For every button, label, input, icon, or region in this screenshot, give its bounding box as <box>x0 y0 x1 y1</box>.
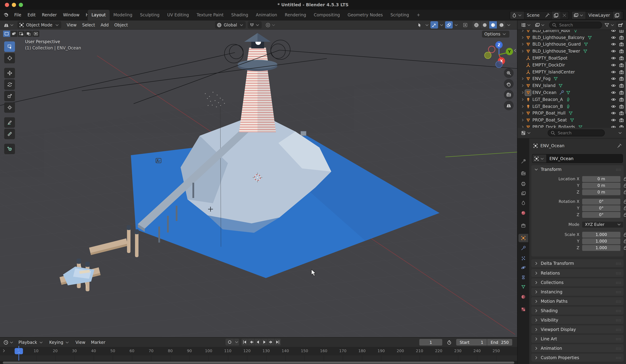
object-name[interactable]: PROP_Dock_Bollards <box>532 124 575 128</box>
panel-grip-icon[interactable]: :::: <box>616 262 622 265</box>
hide-in-viewport-icon[interactable] <box>611 62 616 68</box>
value-field[interactable]: 1.000 <box>582 238 621 244</box>
tool-scale-button[interactable] <box>4 91 15 101</box>
properties-tab-render[interactable] <box>518 169 528 177</box>
panel-viewport-display[interactable]: Viewport Display:::: <box>531 325 624 333</box>
disable-in-renders-icon[interactable] <box>619 48 624 54</box>
object-name-value[interactable]: ENV_Ocean <box>547 156 576 161</box>
buoy-cube[interactable] <box>301 131 306 136</box>
next-keyframe-button[interactable] <box>268 339 274 346</box>
workspace-tab-shading[interactable]: Shading <box>227 10 252 21</box>
object-name[interactable]: EMPTY_DockDir <box>532 63 565 68</box>
hide-in-viewport-icon[interactable] <box>611 48 616 54</box>
viewport-menu-object[interactable]: Object <box>112 22 131 27</box>
outliner-row[interactable]: ENV_Fog <box>517 75 626 82</box>
workspace-tab-layout[interactable]: Layout <box>88 10 110 21</box>
workspace-tab-modeling[interactable]: Modeling <box>110 10 136 21</box>
disable-in-renders-icon[interactable] <box>619 30 624 33</box>
expand-chevron-icon[interactable] <box>520 124 525 128</box>
panel-grip-icon[interactable]: :::: <box>616 318 622 322</box>
panel-grip-icon[interactable]: :::: <box>616 290 622 293</box>
properties-tab-tool[interactable] <box>518 157 528 166</box>
hide-in-viewport-icon[interactable] <box>611 90 616 95</box>
tool-move-button[interactable] <box>4 68 15 78</box>
jump-to-end-button[interactable] <box>274 339 281 346</box>
mode-dropdown[interactable]: Object Mode <box>17 21 61 29</box>
mesh-obj[interactable] <box>525 48 531 54</box>
hide-in-viewport-icon[interactable] <box>611 35 616 40</box>
properties-tab-scene[interactable] <box>518 199 528 207</box>
lock-open-icon[interactable] <box>623 238 626 244</box>
value-field[interactable]: 0° <box>582 212 621 218</box>
workspace-tab-animation[interactable]: Animation <box>252 10 281 21</box>
3d-viewport[interactable]: Object Mode ViewSelectAddObject Global <box>0 21 517 337</box>
object-name[interactable]: BLD_Lighthouse_Guard <box>532 42 581 47</box>
previous-keyframe-button[interactable] <box>248 339 254 346</box>
empty-obj[interactable] <box>525 55 531 61</box>
outliner-row[interactable]: PROP_Boat_Hull <box>517 110 626 117</box>
outliner-row[interactable]: LGT_Beacon_A <box>517 96 626 103</box>
navigation-gizmo[interactable]: Z Y X <box>484 40 516 70</box>
start-frame-field[interactable]: Start 1 <box>456 339 487 346</box>
expand-chevron-icon[interactable] <box>520 48 525 54</box>
panel-grip-icon[interactable]: :::: <box>616 309 622 312</box>
expand-chevron-icon[interactable] <box>520 104 525 109</box>
current-frame-field[interactable]: 1 <box>419 339 442 346</box>
timeline-scrollbar[interactable] <box>3 362 514 364</box>
hide-in-viewport-icon[interactable] <box>611 104 616 109</box>
menu-render[interactable]: Render <box>39 10 60 21</box>
select-mode-int-button[interactable] <box>32 31 39 37</box>
transform-panel-header[interactable]: Transform :::: <box>531 165 624 173</box>
object-name[interactable]: EMPTY_IslandCenter <box>532 69 575 74</box>
outliner-row[interactable]: PROP_Dock_Bollards <box>517 123 626 128</box>
show-gizmo-toggle[interactable] <box>430 21 438 29</box>
hide-in-viewport-icon[interactable] <box>611 76 616 81</box>
disable-in-renders-icon[interactable] <box>619 76 624 81</box>
value-field[interactable]: 1.000 <box>582 245 621 251</box>
timeline-expand-icon[interactable] <box>1 348 7 354</box>
viewlayer-name[interactable]: ViewLayer <box>586 13 612 18</box>
new-viewlayer-icon[interactable] <box>614 12 620 18</box>
auto-keying-button[interactable] <box>226 339 234 346</box>
properties-tab-collection[interactable] <box>518 221 528 230</box>
object-name[interactable]: ENV_Fog <box>532 76 550 81</box>
value-field[interactable]: 0° <box>582 205 621 211</box>
workspace-tab-geometry-nodes[interactable]: Geometry Nodes <box>344 10 387 21</box>
perspective-toggle-button[interactable] <box>504 101 514 110</box>
panel-grip-icon[interactable]: :::: <box>616 271 622 275</box>
panel-line-art[interactable]: Line Art:::: <box>531 335 624 343</box>
play-reverse-button[interactable] <box>255 339 261 346</box>
workspace-tab-sculpting[interactable]: Sculpting <box>136 10 163 21</box>
auto-keying-dropdown[interactable] <box>234 339 239 346</box>
select-mode-set-button[interactable] <box>3 31 10 37</box>
zoom-view-button[interactable] <box>504 68 514 78</box>
panel-grip-icon[interactable]: :::: <box>616 281 622 284</box>
lock-open-icon[interactable] <box>623 245 626 250</box>
outliner-scrollbar[interactable] <box>625 62 626 114</box>
menu-edit[interactable]: Edit <box>24 10 39 21</box>
pan-view-button[interactable] <box>504 79 514 89</box>
panel-custom-properties[interactable]: Custom Properties:::: <box>531 354 624 362</box>
properties-tab-physics[interactable] <box>518 263 528 272</box>
viewport-menu-add[interactable]: Add <box>98 22 111 27</box>
timeline-menu-marker[interactable]: Marker <box>88 340 108 345</box>
light-obj[interactable] <box>525 103 531 109</box>
select-mode-extend-button[interactable] <box>10 31 17 37</box>
mesh-obj[interactable] <box>525 76 531 82</box>
panel-collections[interactable]: Collections:::: <box>531 278 624 286</box>
snapping-control[interactable] <box>248 21 262 29</box>
panel-visibility[interactable]: Visibility:::: <box>531 316 624 324</box>
disable-in-renders-icon[interactable] <box>619 104 624 109</box>
hide-in-viewport-icon[interactable] <box>611 69 616 75</box>
outliner-row[interactable]: ENV_Ocean <box>517 89 626 96</box>
panel-grip-icon[interactable]: :::: <box>616 167 622 171</box>
editor-type-button[interactable] <box>2 21 16 29</box>
jump-to-start-button[interactable] <box>241 339 248 346</box>
outliner-row[interactable]: BLD_Lantern_Roof <box>517 30 626 34</box>
object-name[interactable]: LGT_Beacon_A <box>532 97 563 102</box>
new-collection-button[interactable] <box>616 21 625 29</box>
hide-in-viewport-icon[interactable] <box>611 41 616 47</box>
empty-obj[interactable] <box>525 69 531 75</box>
add-workspace-button[interactable]: + <box>413 10 424 21</box>
panel-relations[interactable]: Relations:::: <box>531 269 624 277</box>
